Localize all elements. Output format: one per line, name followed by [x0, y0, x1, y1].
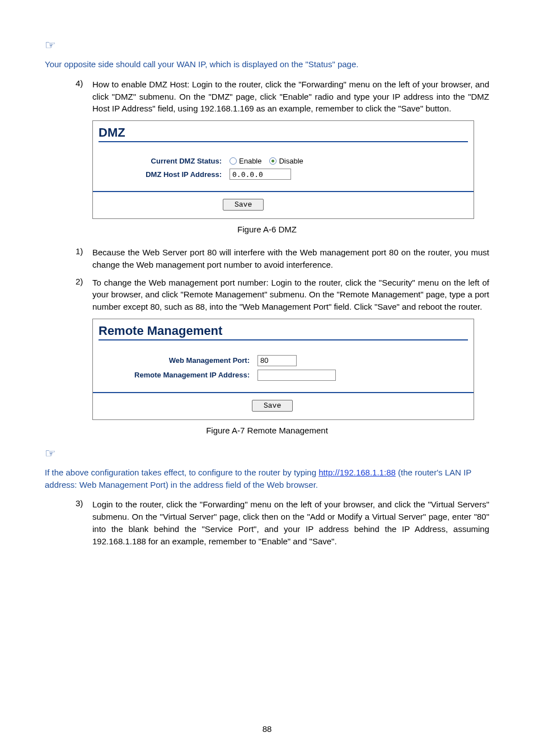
enable-label: Enable — [239, 157, 261, 165]
list-body: Login to the router, click the "Forwardi… — [92, 498, 489, 547]
list-marker: 3) — [76, 498, 92, 547]
dmz-status-label: Current DMZ Status: — [99, 157, 229, 165]
list-marker: 4) — [76, 78, 92, 115]
remote-management-panel: Remote Management Web Management Port: R… — [92, 319, 474, 420]
list-marker: 1) — [76, 246, 92, 271]
dmz-ip-label: DMZ Host IP Address: — [99, 170, 229, 179]
list-body: To change the Web management port number… — [92, 277, 489, 313]
rm-ip-label: Remote Management IP Address: — [99, 371, 257, 379]
dmz-caption: Figure A-6 DMZ — [45, 225, 489, 234]
list-marker: 2) — [76, 277, 92, 313]
note-2-prefix: If the above configuration takes effect,… — [45, 468, 318, 477]
rm-port-label: Web Management Port: — [99, 356, 257, 365]
note-1-text: Your opposite side should call your WAN … — [45, 58, 489, 71]
list-item-1: 1) Because the Web Server port 80 will i… — [76, 246, 489, 271]
rm-save-button[interactable]: Save — [252, 400, 293, 412]
note-icon: ☞ — [45, 447, 489, 460]
router-url-link[interactable]: http://192.168.1.1:88 — [318, 468, 396, 477]
dmz-save-button[interactable]: Save — [223, 199, 264, 211]
list-item-3: 3) Login to the router, click the "Forwa… — [76, 498, 489, 547]
rm-title: Remote Management — [99, 324, 222, 338]
list-item-2: 2) To change the Web management port num… — [76, 277, 489, 313]
list-body: Because the Web Server port 80 will inte… — [92, 246, 489, 271]
disable-label: Disable — [279, 157, 303, 165]
rm-port-input[interactable] — [257, 355, 297, 366]
rm-caption: Figure A-7 Remote Management — [45, 426, 489, 435]
dmz-panel: DMZ Current DMZ Status: Enable Disable — [92, 120, 474, 219]
disable-radio[interactable] — [269, 157, 277, 165]
note-icon: ☞ — [45, 39, 489, 52]
page-number: 88 — [0, 724, 534, 734]
dmz-ip-input[interactable] — [229, 169, 291, 180]
list-item-4: 4) How to enable DMZ Host: Login to the … — [76, 78, 489, 115]
rm-ip-input[interactable] — [257, 370, 336, 381]
note-2-text: If the above configuration takes effect,… — [45, 466, 489, 491]
dmz-title: DMZ — [99, 125, 125, 139]
list-body: How to enable DMZ Host: Login to the rou… — [92, 78, 489, 115]
enable-radio[interactable] — [229, 157, 237, 165]
